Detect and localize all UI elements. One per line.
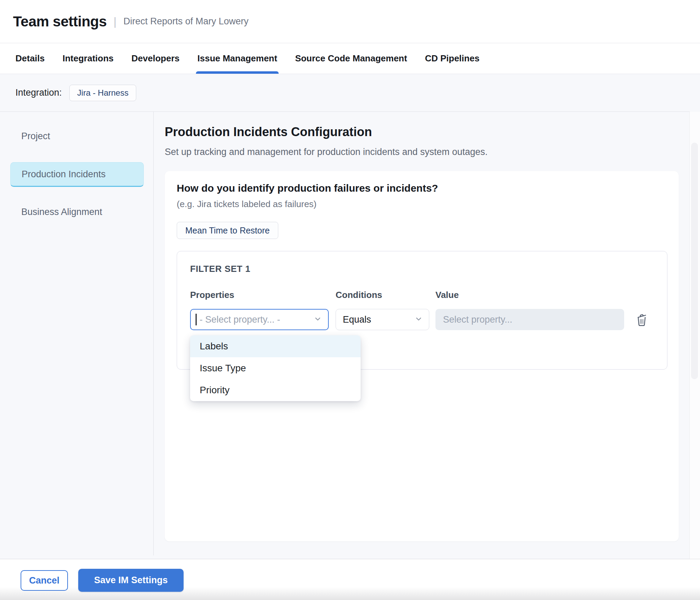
- question-heading: How do you identify production failures …: [177, 182, 438, 194]
- tab-label: Issue Management: [197, 53, 277, 64]
- tab-label: CD Pipelines: [425, 53, 479, 64]
- section-title: Production Incidents Configuration: [165, 125, 372, 139]
- title-divider: |: [114, 15, 117, 28]
- page-subtitle: Direct Reports of Mary Lowery: [124, 16, 249, 27]
- metric-tab-mean-time-to-restore[interactable]: Mean Time to Restore: [177, 222, 278, 239]
- page-header: Team settings | Direct Reports of Mary L…: [0, 0, 700, 43]
- property-select[interactable]: - Select property... -: [190, 309, 329, 330]
- incident-config-card: How do you identify production failures …: [165, 171, 679, 541]
- footer-bar: Cancel Save IM Settings: [0, 559, 700, 600]
- filter-set-card: FILTER SET 1 Properties Conditions Value…: [177, 251, 667, 370]
- tab-label: Developers: [131, 53, 179, 64]
- team-settings-page: Team settings | Direct Reports of Mary L…: [0, 0, 700, 600]
- column-header-value: Value: [435, 290, 459, 300]
- main-panel: Production Incidents Configuration Set u…: [154, 112, 690, 559]
- sidebar-item-production-incidents[interactable]: Production Incidents: [10, 162, 144, 187]
- tab-source-code-management[interactable]: Source Code Management: [295, 43, 407, 74]
- integration-chip[interactable]: Jira - Harness: [69, 85, 136, 101]
- trash-icon: [635, 313, 648, 327]
- save-im-settings-button[interactable]: Save IM Settings: [78, 569, 184, 592]
- tab-cd-pipelines[interactable]: CD Pipelines: [425, 43, 479, 74]
- tab-details[interactable]: Details: [15, 43, 45, 74]
- tab-label: Source Code Management: [295, 53, 407, 64]
- sidebar-item-project[interactable]: Project: [10, 124, 144, 148]
- page-title: Team settings: [13, 13, 107, 30]
- active-tab-underline: [196, 71, 279, 74]
- condition-select-value: Equals: [343, 314, 412, 325]
- dropdown-option-priority[interactable]: Priority: [190, 379, 361, 401]
- scrollbar-track[interactable]: [689, 112, 700, 559]
- dropdown-option-labels[interactable]: Labels: [190, 335, 361, 357]
- column-header-properties: Properties: [190, 290, 234, 300]
- chevron-down-icon: [314, 315, 322, 324]
- property-dropdown: Labels Issue Type Priority: [190, 335, 361, 401]
- integration-label: Integration:: [15, 87, 62, 98]
- sidebar-item-label: Business Alignment: [21, 207, 102, 217]
- delete-filter-button[interactable]: [633, 312, 650, 328]
- integration-row: Integration: Jira - Harness: [0, 74, 690, 112]
- cancel-button[interactable]: Cancel: [21, 570, 68, 591]
- dropdown-option-issue-type[interactable]: Issue Type: [190, 357, 361, 379]
- scrollbar-thumb[interactable]: [691, 143, 698, 379]
- settings-sidebar: Project Production Incidents Business Al…: [0, 112, 154, 555]
- tab-integrations[interactable]: Integrations: [62, 43, 114, 74]
- property-select-placeholder: - Select property... -: [200, 314, 311, 325]
- sidebar-item-business-alignment[interactable]: Business Alignment: [10, 200, 144, 224]
- sidebar-item-label: Production Incidents: [22, 169, 106, 180]
- tab-label: Details: [15, 53, 45, 64]
- settings-tab-bar: Details Integrations Developers Issue Ma…: [0, 43, 700, 74]
- condition-select[interactable]: Equals: [336, 309, 429, 330]
- value-input[interactable]: [435, 309, 624, 330]
- column-header-conditions: Conditions: [336, 290, 382, 300]
- tab-issue-management[interactable]: Issue Management: [197, 43, 277, 74]
- section-subtitle: Set up tracking and management for produ…: [165, 147, 488, 157]
- content-region: Integration: Jira - Harness Project Prod…: [0, 74, 700, 559]
- tab-developers[interactable]: Developers: [131, 43, 179, 74]
- tab-label: Integrations: [62, 53, 114, 64]
- chevron-down-icon: [415, 315, 423, 324]
- question-hint: (e.g. Jira tickets labeled as failures): [177, 199, 317, 209]
- text-cursor: [196, 314, 197, 325]
- sidebar-item-label: Project: [21, 131, 50, 142]
- filter-set-title: FILTER SET 1: [190, 264, 250, 274]
